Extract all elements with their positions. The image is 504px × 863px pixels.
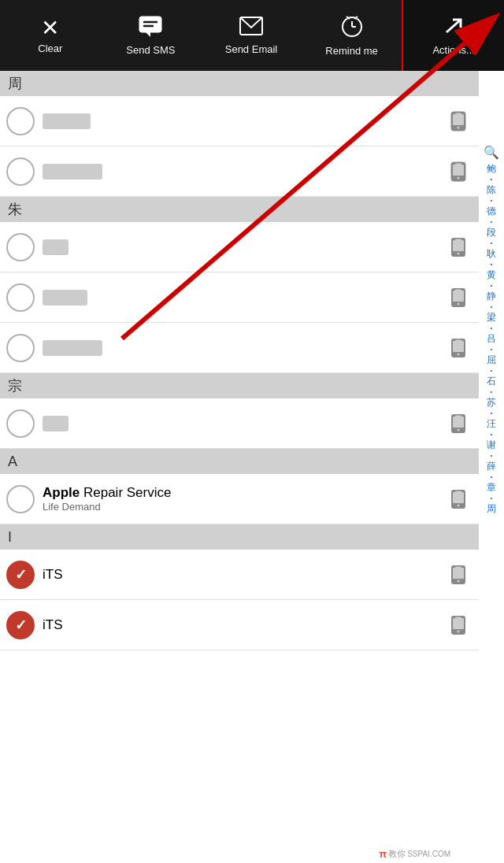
phone-icon[interactable] [444, 233, 472, 261]
index-bar-dot: • [491, 239, 493, 246]
index-bar-item[interactable]: 鲍 [479, 161, 504, 176]
index-bar-item[interactable]: 汪 [479, 417, 504, 431]
index-bar-item[interactable]: 谢 [479, 438, 504, 452]
svg-rect-19 [453, 240, 464, 251]
section-header-zong: 宗 [0, 373, 479, 398]
actions-label: Actions... [432, 44, 474, 56]
svg-point-20 [458, 252, 460, 254]
actions-button[interactable]: Actions... [402, 0, 504, 71]
phone-icon[interactable] [444, 283, 472, 312]
watermark-pi: π [379, 848, 387, 860]
list-item[interactable] [0, 96, 479, 146]
section-header-zhou: 周 [0, 71, 479, 96]
svg-rect-13 [455, 113, 461, 114]
contact-checkbox[interactable] [6, 107, 35, 135]
phone-icon[interactable] [444, 157, 472, 186]
list-item[interactable] [0, 222, 479, 272]
index-bar-item[interactable]: 屈 [479, 353, 504, 367]
index-bar-item[interactable]: 梁 [479, 310, 504, 324]
contact-name [43, 113, 444, 129]
contact-name: iTS [43, 617, 444, 633]
section-header-zhu: 朱 [0, 197, 479, 222]
index-bar-dot: • [491, 452, 493, 459]
index-bar-item[interactable]: 段 [479, 225, 504, 239]
watermark: π 教你 SSPAI.COM [379, 848, 450, 860]
phone-icon[interactable] [444, 334, 472, 362]
index-bar-item[interactable]: 苏 [479, 395, 504, 409]
index-bar-dot: • [491, 282, 493, 289]
send-sms-button[interactable]: Send SMS [101, 0, 202, 71]
contact-name: iTS [43, 567, 444, 583]
contact-checkbox[interactable] [6, 233, 35, 261]
list-item[interactable] [0, 146, 479, 197]
phone-icon[interactable] [444, 485, 472, 513]
index-bar-item[interactable]: 德 [479, 204, 504, 218]
clear-label: Clear [38, 43, 62, 54]
section-header-i: I [0, 524, 479, 550]
index-bar-item[interactable]: 静 [479, 289, 504, 303]
index-bar-item[interactable]: 黄 [479, 268, 504, 282]
search-icon[interactable]: 🔍 [484, 145, 499, 160]
contact-name [43, 290, 444, 306]
index-bar: 🔍 鲍 • 陈 • 德 • 段 • 耿 • 黄 • 静 • 梁 • 吕 • 屈 … [479, 142, 504, 863]
list-item[interactable] [0, 272, 479, 323]
svg-point-28 [458, 353, 460, 355]
svg-rect-45 [455, 617, 461, 618]
index-bar-dot: • [491, 176, 493, 183]
svg-point-16 [458, 176, 460, 179]
index-bar-item[interactable]: 章 [479, 480, 504, 494]
send-email-button[interactable]: Send Email [201, 0, 302, 71]
index-bar-dot: • [491, 324, 493, 331]
index-bar-item[interactable]: 薛 [479, 459, 504, 473]
contact-info [43, 290, 444, 306]
section-header-a: A [0, 449, 479, 474]
svg-rect-29 [455, 339, 461, 341]
phone-icon[interactable] [444, 611, 472, 639]
remind-me-button[interactable]: Remind me [302, 0, 402, 71]
svg-rect-11 [453, 114, 464, 125]
contact-info [43, 164, 444, 180]
svg-rect-23 [453, 291, 464, 302]
list-item[interactable]: Apple Repair Service Life Demand [0, 474, 479, 524]
svg-point-32 [458, 428, 460, 431]
list-item[interactable] [0, 398, 479, 449]
svg-rect-43 [453, 618, 464, 629]
index-bar-item[interactable]: 耿 [479, 246, 504, 261]
index-bar-item[interactable]: 石 [479, 374, 504, 388]
svg-rect-27 [453, 341, 464, 352]
index-bar-dot: • [491, 367, 493, 374]
clear-button[interactable]: ✕ Clear [0, 0, 101, 71]
index-bar-dot: • [491, 197, 493, 204]
svg-point-40 [458, 580, 460, 582]
list-item[interactable]: iTS [0, 550, 479, 600]
contact-checkbox[interactable] [6, 283, 35, 312]
index-bar-item[interactable]: 陈 [479, 183, 504, 197]
contact-info [43, 239, 444, 255]
index-bar-dot: • [491, 346, 493, 353]
contact-checkbox[interactable] [6, 409, 35, 438]
index-bar-dot: • [491, 388, 493, 395]
phone-icon[interactable] [444, 409, 472, 438]
contact-checkbox[interactable] [6, 157, 35, 186]
contact-info [43, 113, 444, 129]
index-bar-dot: • [491, 261, 493, 268]
index-bar-item[interactable]: 周 [479, 502, 504, 516]
index-bar-dot: • [491, 409, 493, 417]
contact-checkbox[interactable] [6, 334, 35, 362]
remind-me-label: Remind me [325, 45, 377, 57]
svg-rect-41 [455, 566, 461, 568]
contact-checkbox-checked[interactable] [6, 611, 35, 639]
svg-point-24 [458, 302, 460, 305]
contact-name: Apple Repair Service [43, 485, 444, 501]
svg-rect-39 [453, 568, 464, 579]
contact-checkbox[interactable] [6, 485, 35, 513]
contact-checkbox-checked[interactable] [6, 561, 35, 589]
phone-icon[interactable] [444, 107, 472, 135]
phone-icon[interactable] [444, 561, 472, 589]
list-item[interactable]: iTS [0, 600, 479, 650]
contact-info [43, 416, 444, 432]
list-item[interactable] [0, 323, 479, 373]
index-bar-item[interactable]: 吕 [479, 331, 504, 346]
index-bar-dot: • [491, 473, 493, 480]
send-email-icon [239, 16, 264, 40]
